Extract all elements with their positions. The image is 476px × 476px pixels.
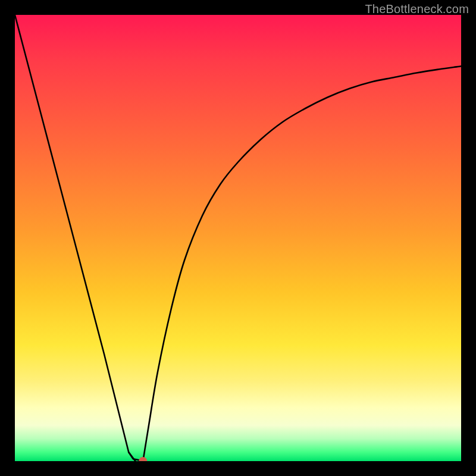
curve-group	[15, 15, 461, 461]
left-branch-line	[15, 15, 136, 461]
chart-stage: TheBottleneck.com	[0, 0, 476, 476]
valley-marker-dot	[139, 457, 147, 461]
watermark-text: TheBottleneck.com	[365, 2, 469, 16]
right-branch-line	[143, 66, 461, 461]
curve-svg	[15, 15, 461, 461]
plot-area	[15, 15, 461, 461]
